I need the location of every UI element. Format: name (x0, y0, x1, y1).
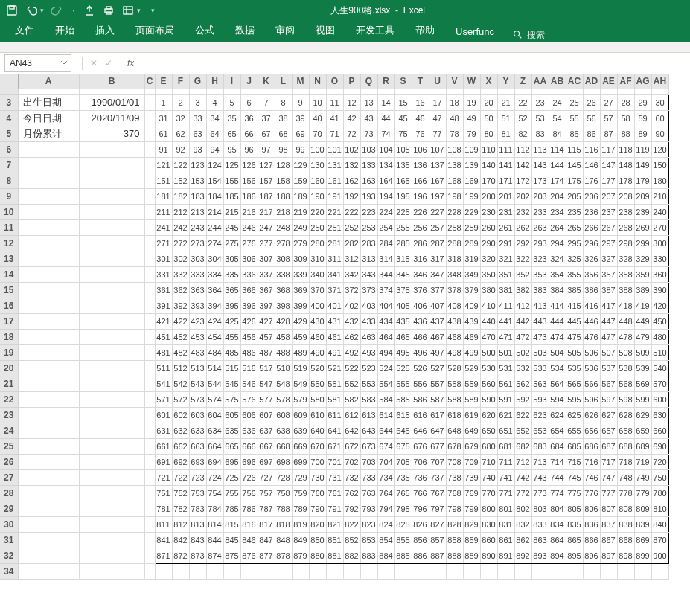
grid-cell-548[interactable]: 548 (275, 376, 292, 391)
grid-cell-850[interactable]: 850 (309, 532, 326, 548)
grid-cell-307[interactable]: 307 (258, 251, 275, 266)
col-header-Y[interactable]: Y (497, 74, 514, 89)
grid-cell-165[interactable]: 165 (394, 173, 412, 188)
grid-cell-235[interactable]: 235 (566, 204, 583, 219)
cell-B31[interactable] (79, 532, 144, 548)
grid-cell-295[interactable]: 295 (566, 235, 583, 251)
grid-cell-600[interactable]: 600 (651, 391, 668, 407)
grid-cell-158[interactable]: 158 (275, 173, 292, 188)
grid-cell-380[interactable]: 380 (480, 282, 497, 298)
grid-cell-408[interactable]: 408 (446, 298, 463, 313)
grid-cell-60[interactable]: 60 (651, 110, 668, 126)
grid-cell-225[interactable]: 225 (394, 204, 412, 219)
grid-cell-394[interactable]: 394 (206, 298, 223, 313)
grid-cell-42[interactable]: 42 (343, 110, 360, 126)
grid-cell-248[interactable]: 248 (275, 219, 292, 235)
grid-cell-33[interactable]: 33 (189, 110, 206, 126)
grid-cell-blank[interactable] (326, 563, 343, 579)
grid-cell-141[interactable]: 141 (497, 157, 514, 173)
grid-cell-301[interactable]: 301 (155, 251, 172, 266)
grid-cell-321[interactable]: 321 (497, 251, 514, 266)
grid-cell-270[interactable]: 270 (651, 219, 668, 235)
grid-cell-858[interactable]: 858 (446, 532, 463, 548)
grid-cell-838[interactable]: 838 (617, 516, 634, 532)
grid-cell-607[interactable]: 607 (258, 407, 275, 423)
row-header-9[interactable]: 9 (0, 188, 18, 204)
grid-cell-260[interactable]: 260 (480, 219, 497, 235)
grid-cell-450[interactable]: 450 (651, 313, 668, 329)
grid-cell-202[interactable]: 202 (514, 188, 531, 204)
grid-cell-16[interactable]: 16 (412, 94, 429, 110)
cell-B25[interactable] (79, 438, 144, 454)
grid-cell-520[interactable]: 520 (309, 360, 326, 376)
grid-cell-11[interactable]: 11 (326, 94, 343, 110)
grid-cell-533[interactable]: 533 (531, 360, 549, 376)
row-header-20[interactable]: 20 (0, 360, 18, 376)
grid-cell-487[interactable]: 487 (258, 344, 275, 360)
row-header-28[interactable]: 28 (0, 485, 18, 501)
cell-A22[interactable] (18, 391, 79, 407)
grid-cell-708[interactable]: 708 (446, 454, 463, 469)
grid-cell-57[interactable]: 57 (600, 110, 617, 126)
grid-cell-665[interactable]: 665 (223, 438, 240, 454)
grid-cell-190[interactable]: 190 (309, 188, 326, 204)
grid-cell-441[interactable]: 441 (497, 313, 514, 329)
grid-cell-287[interactable]: 287 (429, 235, 446, 251)
grid-cell-384[interactable]: 384 (549, 282, 566, 298)
grid-cell-710[interactable]: 710 (480, 454, 497, 469)
grid-cell-683[interactable]: 683 (531, 438, 549, 454)
grid-cell-617[interactable]: 617 (429, 407, 446, 423)
grid-cell-443[interactable]: 443 (531, 313, 549, 329)
row-header-32[interactable]: 32 (0, 548, 18, 563)
grid-cell-351[interactable]: 351 (497, 266, 514, 282)
grid-cell-840[interactable]: 840 (651, 516, 668, 532)
row-header-23[interactable]: 23 (0, 407, 18, 423)
grid-cell-686[interactable]: 686 (583, 438, 600, 454)
grid-cell-572[interactable]: 572 (172, 391, 189, 407)
cell-A10[interactable] (18, 204, 79, 219)
grid-cell-80[interactable]: 80 (480, 126, 497, 141)
grid-cell-750[interactable]: 750 (651, 469, 668, 485)
grid-cell-296[interactable]: 296 (583, 235, 600, 251)
grid-cell-297[interactable]: 297 (600, 235, 617, 251)
cell-A27[interactable] (18, 469, 79, 485)
grid-cell-330[interactable]: 330 (651, 251, 668, 266)
grid-cell-484[interactable]: 484 (206, 344, 223, 360)
grid-cell-486[interactable]: 486 (240, 344, 258, 360)
col-header-L[interactable]: L (275, 74, 292, 89)
cell-B7[interactable] (79, 157, 144, 173)
grid-cell-742[interactable]: 742 (514, 469, 531, 485)
name-box-dropdown-icon[interactable] (60, 58, 68, 65)
grid-cell-20[interactable]: 20 (480, 94, 497, 110)
grid-cell-230[interactable]: 230 (480, 204, 497, 219)
grid-cell-147[interactable]: 147 (600, 157, 617, 173)
grid-cell-373[interactable]: 373 (360, 282, 377, 298)
col-header-H[interactable]: H (206, 74, 223, 89)
grid-cell-121[interactable]: 121 (155, 157, 172, 173)
grid-cell-242[interactable]: 242 (172, 219, 189, 235)
cell-B29[interactable] (79, 501, 144, 516)
table-dropdown-icon[interactable]: ▾ (137, 7, 141, 14)
cell-A18[interactable] (18, 329, 79, 344)
grid-cell-241[interactable]: 241 (155, 219, 172, 235)
grid-cell-761[interactable]: 761 (326, 485, 343, 501)
grid-cell-79[interactable]: 79 (463, 126, 480, 141)
grid-cell-521[interactable]: 521 (326, 360, 343, 376)
grid-cell-12[interactable]: 12 (343, 94, 360, 110)
grid-cell-243[interactable]: 243 (189, 219, 206, 235)
grid-cell-666[interactable]: 666 (240, 438, 258, 454)
grid-cell-113[interactable]: 113 (531, 141, 549, 157)
row-header-31[interactable]: 31 (0, 532, 18, 548)
grid-cell-787[interactable]: 787 (258, 501, 275, 516)
grid-cell-886[interactable]: 886 (412, 548, 429, 563)
grid-cell-300[interactable]: 300 (651, 235, 668, 251)
grid-cell-526[interactable]: 526 (412, 360, 429, 376)
grid-cell-597[interactable]: 597 (600, 391, 617, 407)
grid-cell-5[interactable]: 5 (223, 94, 240, 110)
grid-cell-635[interactable]: 635 (223, 423, 240, 438)
grid-cell-451[interactable]: 451 (155, 329, 172, 344)
grid-cell-178[interactable]: 178 (617, 173, 634, 188)
grid-cell-777[interactable]: 777 (600, 485, 617, 501)
grid-cell-695[interactable]: 695 (223, 454, 240, 469)
grid-cell-798[interactable]: 798 (446, 501, 463, 516)
